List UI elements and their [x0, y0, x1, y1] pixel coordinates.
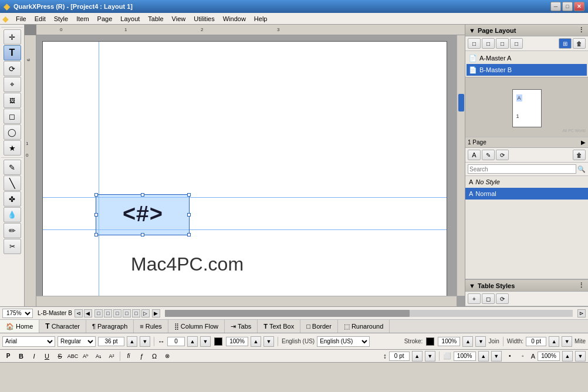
tool-scissors[interactable]: ✂: [4, 239, 21, 254]
handle-mr[interactable]: [187, 213, 191, 217]
tool-text[interactable]: T: [4, 45, 21, 60]
color-pct-input[interactable]: [226, 337, 248, 346]
style-delete-btn[interactable]: 🗑: [573, 150, 586, 160]
tool-rect[interactable]: ◻: [4, 109, 21, 124]
horizontal-scrollbar[interactable]: [36, 296, 457, 306]
fmt-a2[interactable]: A²: [106, 351, 117, 361]
tool-line[interactable]: ╲: [4, 175, 21, 191]
search-icon[interactable]: 🔍: [577, 165, 586, 173]
scroll-indicator[interactable]: [165, 310, 573, 317]
fmt-bold[interactable]: B: [15, 351, 27, 361]
view-btn-4[interactable]: □: [123, 309, 131, 317]
rf-dn1[interactable]: ▼: [425, 351, 435, 361]
tool-pencil[interactable]: ✏: [4, 223, 21, 238]
width-up[interactable]: ▲: [549, 336, 559, 347]
menu-table[interactable]: Table: [144, 15, 167, 23]
color-pct-down[interactable]: ▼: [263, 336, 274, 347]
vertical-scrollbar[interactable]: [457, 35, 465, 296]
table-styles-header[interactable]: ▼ Table Styles ⋮: [465, 280, 588, 292]
menu-window[interactable]: Window: [219, 15, 249, 23]
fmt-underline[interactable]: U: [41, 351, 53, 361]
pl-tool-2[interactable]: □: [482, 38, 495, 49]
view-btn-1[interactable]: □: [94, 309, 103, 317]
fmt-ab[interactable]: Aᵇ: [80, 351, 92, 361]
tracking-down[interactable]: ▼: [200, 336, 211, 347]
tab-text-box[interactable]: T Text Box: [258, 320, 300, 333]
menu-style[interactable]: Style: [50, 15, 72, 23]
font-select[interactable]: Arial: [2, 336, 55, 347]
master-a[interactable]: 📄 A-Master A: [467, 52, 587, 64]
view-btn-5[interactable]: □: [132, 309, 140, 317]
scroll-arrow[interactable]: ▶: [581, 139, 586, 146]
pl-tool-3[interactable]: □: [496, 38, 509, 49]
view-btn-2[interactable]: □: [104, 309, 112, 317]
baseline-btn1[interactable]: •: [504, 351, 516, 361]
scroll-thumb-v[interactable]: [458, 94, 464, 111]
tab-rules[interactable]: ≡ Rules: [134, 320, 168, 333]
page-layout-header[interactable]: ▼ Page Layout ⋮: [465, 25, 588, 36]
pl-grid-btn[interactable]: ⊞: [559, 38, 572, 49]
language-select[interactable]: English (US): [317, 336, 370, 347]
size-down-btn[interactable]: ▼: [140, 336, 150, 347]
rf-input1[interactable]: [389, 352, 410, 361]
rf-up1[interactable]: ▲: [412, 351, 423, 361]
menu-help[interactable]: Help: [251, 15, 271, 23]
text-box-selected[interactable]: <#>: [96, 194, 190, 235]
handle-bm[interactable]: [141, 233, 144, 236]
nav-next[interactable]: ▶: [152, 309, 160, 317]
handle-ml[interactable]: [94, 213, 98, 217]
color-pct-up[interactable]: ▲: [251, 336, 261, 347]
tab-home[interactable]: 🏠 Home: [0, 320, 39, 333]
baseline-btn2[interactable]: ◦: [517, 351, 529, 361]
fmt-fi[interactable]: fi: [123, 351, 134, 361]
rf-input2[interactable]: [454, 352, 476, 361]
ts-refresh-btn[interactable]: ⟳: [496, 293, 509, 304]
menu-view[interactable]: View: [168, 15, 190, 23]
width-down[interactable]: ▼: [562, 336, 572, 347]
stroke-pct-down[interactable]: ▼: [475, 336, 486, 347]
fmt-omega[interactable]: Ω: [148, 351, 160, 361]
rf-up3[interactable]: ▲: [562, 351, 573, 361]
close-button[interactable]: ✕: [574, 2, 584, 11]
menu-utilities[interactable]: Utilities: [190, 15, 218, 23]
style-tool-a[interactable]: A: [468, 150, 481, 160]
menu-edit[interactable]: Edit: [31, 15, 49, 23]
fmt-italic[interactable]: I: [28, 351, 40, 361]
ts-add-btn[interactable]: +: [468, 293, 481, 304]
style-tool-refresh[interactable]: ⟳: [496, 150, 509, 160]
pl-tool-4[interactable]: □: [510, 38, 523, 49]
tool-star[interactable]: ★: [4, 140, 21, 156]
tool-image[interactable]: 🖼: [4, 93, 21, 108]
ts-menu-icon[interactable]: ⋮: [578, 282, 584, 289]
tool-eyedropper[interactable]: 💧: [4, 207, 21, 222]
tracking-up[interactable]: ▲: [187, 336, 198, 347]
master-b[interactable]: 📄 B-Master B: [467, 64, 587, 76]
nav-first[interactable]: ⊲: [75, 309, 83, 317]
tab-border[interactable]: □ Border: [300, 320, 338, 333]
tool-move[interactable]: ✛: [4, 29, 21, 45]
stroke-color-swatch[interactable]: [426, 337, 434, 346]
tab-character[interactable]: T Character: [39, 320, 86, 333]
width-input[interactable]: [526, 337, 546, 346]
tab-tabs[interactable]: ⇥ Tabs: [225, 320, 258, 333]
fmt-strikethrough[interactable]: S: [54, 351, 66, 361]
fmt-special[interactable]: ⊗: [161, 351, 173, 361]
view-btn-6[interactable]: ▷: [141, 309, 150, 317]
tab-column-flow[interactable]: ⣿ Column Flow: [168, 320, 225, 333]
style-no-style[interactable]: A No Style: [465, 176, 588, 188]
tool-crop[interactable]: ⌖: [4, 77, 21, 92]
zoom-select[interactable]: 175%: [2, 309, 33, 318]
menu-page[interactable]: Page: [94, 15, 116, 23]
fmt-p[interactable]: P: [2, 351, 14, 361]
fmt-f[interactable]: ƒ: [136, 351, 147, 361]
style-tool-pen[interactable]: ✎: [482, 150, 495, 160]
maximize-button[interactable]: □: [562, 2, 573, 11]
handle-bl[interactable]: [94, 233, 98, 236]
menu-layout[interactable]: Layout: [117, 15, 143, 23]
handle-tr[interactable]: [187, 193, 191, 197]
style-search-input[interactable]: [468, 164, 576, 174]
tool-rotate[interactable]: ⟳: [4, 61, 21, 76]
style-normal[interactable]: A Normal: [465, 188, 588, 200]
page-thumb[interactable]: A 1: [512, 89, 542, 127]
ts-box-btn[interactable]: ◻: [482, 293, 495, 304]
